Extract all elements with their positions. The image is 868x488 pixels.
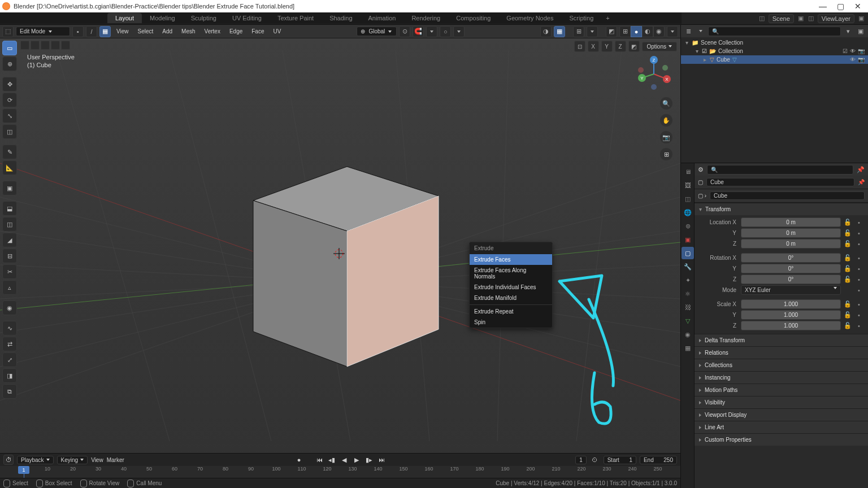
rot-x[interactable]: 0° [741,253,841,263]
cm-extrude-repeat[interactable]: Extrude Repeat [470,306,552,317]
prop-search[interactable]: 🔍 [707,165,853,175]
start-frame[interactable]: Start 1 [604,456,636,464]
panel-instancing[interactable]: Instancing [695,372,868,384]
window-minimize[interactable]: — [819,2,827,11]
prop-crumb-data[interactable]: Cube [710,191,865,200]
tl-keying[interactable]: Keying [57,456,88,464]
tool-knife[interactable]: ✂ [2,264,17,279]
tool-spin[interactable]: ◉ [2,300,17,315]
lock-rot-z[interactable]: 🔓 [843,275,852,284]
tool-cursor[interactable]: ⊕ [2,56,17,71]
prop-pin[interactable]: 📌 [857,166,865,173]
gizmo-toggle[interactable]: ⊡ [574,41,585,52]
pivot-icon[interactable]: ⊙ [399,26,410,37]
editor-type-icon[interactable]: ⬚ [2,26,14,37]
ptab-material[interactable]: ◉ [682,328,694,341]
vp-menu-face[interactable]: Face [248,28,267,34]
shading-rendered[interactable]: ◉ [653,26,665,37]
loc-z[interactable]: 0 m [741,239,841,249]
prop-crumb-object[interactable]: Cube [706,178,854,186]
viewlayer-new-icon[interactable]: ▣ [858,15,865,22]
viewlayer-browse-icon[interactable]: ◫ [808,15,814,22]
selmode-1[interactable] [20,41,29,50]
scene-new-icon[interactable]: ▣ [797,15,804,22]
play-reverse[interactable]: ◀ [339,455,349,465]
tool-bevel[interactable]: ◢ [2,233,17,247]
add-workspace[interactable]: + [601,13,614,23]
selmode-4[interactable] [51,41,60,50]
timeline-editor-icon[interactable]: ⏱ [3,455,14,465]
tool-shrink[interactable]: ⤢ [2,352,17,367]
tool-measure[interactable]: 📐 [2,160,17,175]
scale-x[interactable]: 1.000 [741,299,841,309]
current-frame[interactable]: 1 [575,456,587,464]
rot-y[interactable]: 0° [741,264,841,273]
tool-rip[interactable]: ⧉ [2,384,17,399]
tool-add-cube[interactable]: ▣ [2,181,17,195]
outliner-display-mode[interactable] [696,26,706,36]
cm-extrude-manifold[interactable]: Extrude Manifold [470,293,552,303]
outliner-cube[interactable]: ▸▽Cube ▽ 👁📷 [681,55,868,64]
tool-rotate[interactable]: ⟳ [2,93,17,107]
tab-compositing[interactable]: Compositing [448,13,498,23]
tool-shear[interactable]: ◨ [2,368,17,383]
vp-menu-edge[interactable]: Edge [226,28,246,34]
lock-scale-y[interactable]: 🔓 [843,311,852,320]
pan-icon[interactable]: ✋ [660,114,672,127]
axis-y[interactable]: Y [601,41,613,52]
scene-browse-icon[interactable]: ◫ [758,15,765,22]
overlay-gizmo-icon[interactable]: ⊞ [573,26,584,37]
cm-extrude-individual[interactable]: Extrude Individual Faces [470,282,552,293]
tab-uv-editing[interactable]: UV Editing [224,13,270,23]
selmode-5[interactable] [61,41,70,50]
ptab-physics[interactable]: ⚛ [682,287,694,300]
xray-icon[interactable]: ◩ [606,26,617,37]
ptab-viewlayer[interactable]: ◫ [682,193,694,205]
tab-rendering[interactable]: Rendering [403,13,448,23]
edge-select-mode[interactable]: / [86,26,97,37]
ptab-particles[interactable]: ✦ [682,274,694,286]
tool-smooth[interactable]: ∿ [2,321,17,336]
tool-polybuild[interactable]: ▵ [2,280,17,295]
outliner-new-collection[interactable]: ▣ [856,26,866,36]
tab-shading[interactable]: Shading [322,13,360,23]
tool-annotate[interactable]: ✎ [2,145,17,159]
scale-y[interactable]: 1.000 [741,310,841,320]
tab-scripting[interactable]: Scripting [561,13,601,23]
tool-edge-slide[interactable]: ⇄ [2,337,17,351]
ptab-constraints[interactable]: ⛓ [682,301,694,313]
panel-relations[interactable]: Relations [695,347,868,359]
cm-spin[interactable]: Spin [470,317,552,328]
selmode-3[interactable] [41,41,50,50]
panel-delta-transform[interactable]: Delta Transform [695,334,868,346]
overlay-icon[interactable] [587,26,598,37]
lock-loc-z[interactable]: 🔓 [843,239,852,249]
ortho-icon[interactable]: ⊞ [660,148,672,160]
shading-options[interactable] [667,26,678,37]
sync-icon[interactable]: ⏲ [590,455,600,465]
zoom-icon[interactable]: 🔍 [660,97,672,110]
lock-rot-y[interactable]: 🔓 [843,264,852,273]
loc-y[interactable]: 0 m [741,228,841,238]
panel-viewport-display[interactable]: Viewport Display [695,409,868,421]
viewport-3d[interactable]: User Perspective (1) Cube ▭ ⊕ ✥ ⟳ ⤡ ◫ ✎ … [0,38,680,453]
vp-menu-vertex[interactable]: Vertex [201,28,224,34]
mode-dropdown[interactable]: Edit Mode [16,27,70,36]
shading-solid[interactable]: ● [631,26,642,37]
tool-inset[interactable]: ◫ [2,217,17,232]
axis-z[interactable]: Z [615,41,626,52]
tab-texture-paint[interactable]: Texture Paint [270,13,322,23]
tl-marker[interactable]: Marker [107,457,124,463]
scale-z[interactable]: 1.000 [741,321,841,330]
tl-playback[interactable]: Playback [17,456,54,464]
play-jump-start[interactable]: ⏮ [314,455,324,465]
tab-layout[interactable]: Layout [107,13,142,23]
playhead[interactable]: 1 [18,466,29,474]
ptab-data[interactable]: ▽ [682,315,694,327]
tab-modeling[interactable]: Modeling [142,13,183,23]
tool-move[interactable]: ✥ [2,77,17,91]
lock-scale-z[interactable]: 🔓 [843,321,852,330]
shading-material[interactable]: ◐ [642,26,653,37]
panel-line-art[interactable]: Line Art [695,421,868,433]
outliner-collection[interactable]: ▾☑📂Collection ☑👁📷 [681,47,868,55]
